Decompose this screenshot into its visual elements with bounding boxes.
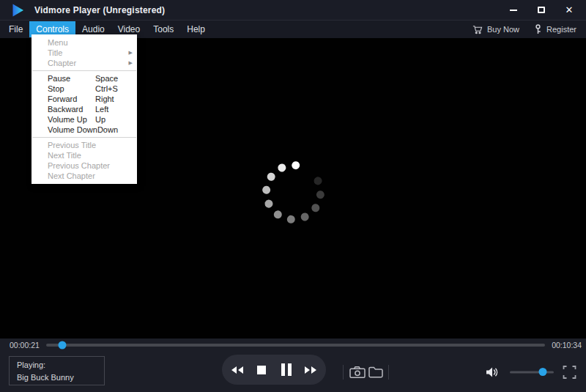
menu-item-volume-up[interactable]: Volume UpUp — [31, 114, 137, 125]
close-button[interactable]: ✕ — [564, 5, 574, 15]
spinner-dot — [316, 190, 324, 199]
menu-item-previous-title: Previous Title — [31, 140, 137, 150]
menu-item-title: Title▶ — [31, 48, 137, 58]
menu-item-label: Previous Title — [48, 140, 96, 150]
menu-item-label: Chapter — [48, 58, 95, 68]
menu-item-next-title: Next Title — [31, 150, 137, 160]
menu-item-label: Forward — [48, 94, 95, 104]
stop-icon — [257, 366, 266, 374]
bottom-control-bar: Playing: Big Buck Bunny — [0, 352, 586, 392]
mute-button[interactable] — [485, 366, 499, 378]
menu-item-shortcut: Space — [95, 73, 131, 84]
menu-item-stop[interactable]: StopCtrl+S — [31, 84, 137, 94]
buy-now-button[interactable]: Buy Now — [472, 25, 519, 34]
volume-slider[interactable] — [510, 371, 554, 373]
menu-file[interactable]: File — [2, 21, 29, 37]
menu-item-label: Title — [48, 48, 95, 58]
window-title: Vidmore Player (Unregistered) — [34, 5, 165, 15]
open-file-button[interactable] — [368, 366, 383, 378]
menu-item-shortcut: Ctrl+S — [95, 84, 131, 94]
buy-now-label: Buy Now — [487, 25, 519, 34]
menu-item-next-chapter: Next Chapter — [31, 171, 137, 181]
submenu-arrow-icon: ▶ — [129, 48, 133, 58]
pause-button[interactable] — [277, 360, 296, 380]
fullscreen-button[interactable] — [563, 365, 576, 379]
spinner-dot — [310, 202, 321, 213]
now-playing-label: Playing: — [17, 360, 97, 369]
menu-item-label: Volume Down — [48, 125, 97, 135]
camera-icon — [349, 366, 366, 378]
stop-button[interactable] — [252, 360, 271, 380]
menu-separator — [32, 70, 136, 71]
minimize-icon — [510, 10, 517, 11]
menu-item-chapter: Chapter▶ — [31, 58, 137, 68]
app-logo-play-icon — [10, 2, 26, 18]
menu-item-shortcut: Right — [95, 94, 131, 104]
menu-tools[interactable]: Tools — [146, 21, 180, 37]
now-playing-title: Big Buck Bunny — [17, 373, 97, 382]
folder-icon — [368, 366, 383, 378]
spinner-dot — [263, 198, 274, 209]
speaker-icon — [485, 366, 499, 378]
maximize-button[interactable] — [536, 5, 546, 15]
spinner-dot — [262, 185, 270, 194]
menu-item-label: Backward — [48, 104, 95, 114]
minimize-button[interactable] — [508, 5, 519, 15]
menu-item-shortcut: Left — [95, 104, 131, 114]
divider — [343, 365, 344, 380]
submenu-arrow-icon: ▶ — [129, 58, 133, 68]
seek-track[interactable] — [46, 344, 545, 347]
cart-icon — [472, 25, 483, 34]
seek-bar-row: 00:00:21 00:10:34 — [0, 339, 586, 352]
spinner-dot — [276, 162, 287, 173]
menu-item-previous-chapter: Previous Chapter — [31, 160, 137, 171]
divider — [388, 365, 389, 380]
volume-thumb[interactable] — [539, 368, 547, 376]
spinner-dot — [299, 211, 310, 222]
controls-dropdown: MenuTitle▶Chapter▶PauseSpaceStopCtrl+SFo… — [31, 34, 137, 184]
menu-item-forward[interactable]: ForwardRight — [31, 94, 137, 104]
menu-item-shortcut: Down — [97, 125, 131, 135]
transport-controls — [222, 355, 326, 385]
fast-forward-button[interactable] — [301, 360, 320, 380]
fullscreen-icon — [563, 365, 576, 379]
now-playing-box: Playing: Big Buck Bunny — [9, 356, 105, 385]
menu-item-pause[interactable]: PauseSpace — [31, 73, 137, 84]
close-icon: ✕ — [565, 5, 574, 15]
menu-item-label: Previous Chapter — [48, 160, 110, 171]
menu-item-menu: Menu — [31, 37, 137, 48]
menu-item-volume-down[interactable]: Volume DownDown — [31, 125, 137, 135]
rewind-button[interactable] — [228, 360, 247, 380]
menu-item-label: Menu — [48, 37, 95, 48]
register-button[interactable]: Register — [534, 24, 576, 34]
menu-item-label: Pause — [48, 73, 95, 84]
rewind-icon — [230, 366, 244, 374]
spinner-dot — [265, 171, 276, 182]
elapsed-time: 00:00:21 — [10, 341, 40, 350]
total-duration: 00:10:34 — [552, 341, 582, 350]
menu-separator — [32, 137, 136, 138]
fast-forward-icon — [304, 366, 318, 374]
menu-item-label: Next Title — [48, 150, 95, 160]
menu-help[interactable]: Help — [180, 21, 212, 37]
menu-item-label: Stop — [48, 84, 95, 94]
seek-thumb[interactable] — [58, 341, 66, 350]
menu-item-shortcut: Up — [95, 114, 131, 125]
snapshot-button[interactable] — [349, 366, 366, 378]
pause-icon — [281, 363, 292, 376]
key-icon — [534, 24, 542, 34]
menu-item-label: Next Chapter — [48, 171, 95, 181]
spinner-dot — [312, 175, 323, 186]
maximize-icon — [538, 7, 545, 13]
menu-item-label: Volume Up — [48, 114, 95, 125]
spinner-dot — [286, 215, 295, 223]
register-label: Register — [546, 25, 576, 34]
spinner-dot — [272, 209, 283, 220]
vidmore-player-window: Vidmore Player (Unregistered) ✕ File Con… — [0, 0, 586, 392]
spinner-dot — [291, 160, 300, 169]
menu-item-backward[interactable]: BackwardLeft — [31, 104, 137, 114]
title-bar: Vidmore Player (Unregistered) ✕ — [0, 0, 586, 21]
